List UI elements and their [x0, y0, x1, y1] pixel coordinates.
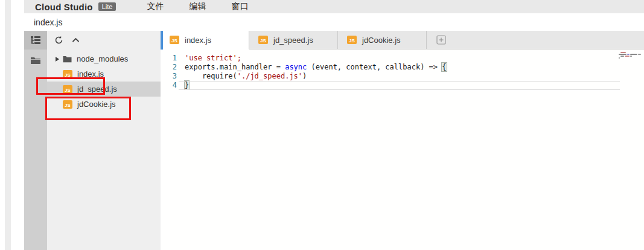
line-number: 4: [161, 81, 185, 90]
tree-item-jdcookie-js[interactable]: JS jdCookie.js: [47, 97, 161, 112]
code-token: './jd_speed.js': [237, 72, 302, 80]
code-token: (event, context, callback) =>: [307, 63, 442, 71]
menubar: 文件 编辑 窗口: [134, 1, 261, 12]
lite-badge: Lite: [98, 2, 116, 11]
breadcrumb-title: index.js: [34, 18, 62, 27]
line-number: 1: [161, 54, 185, 63]
tree-item-index-js[interactable]: JS index.js: [47, 66, 161, 82]
tree-item-label: node_modules: [77, 54, 128, 63]
code-token-bracket-match: }: [185, 81, 189, 89]
left-edge-strip: [5, 0, 11, 250]
plus-icon: [436, 35, 446, 45]
js-file-icon: JS: [63, 100, 72, 109]
line-number: 3: [161, 72, 185, 81]
tab-jdcookie-js[interactable]: JS jdCookie.js: [338, 31, 427, 49]
tree-item-label: jdCookie.js: [77, 100, 116, 109]
menu-file[interactable]: 文件: [134, 1, 176, 12]
code-line: 2 exports.main_handler = async (event, c…: [161, 63, 644, 72]
main-app: Cloud Studio Lite 文件 编辑 窗口 index.js: [24, 0, 644, 250]
tab-label: jdCookie.js: [362, 36, 401, 45]
cloud-studio-window: Cloud Studio Lite 文件 编辑 窗口 index.js: [0, 0, 644, 250]
tree-outline-icon: [30, 36, 41, 45]
code-token: async: [285, 63, 307, 71]
line-number: 2: [161, 63, 185, 72]
menu-window[interactable]: 窗口: [218, 1, 261, 12]
js-file-icon: JS: [347, 36, 357, 44]
menu-edit[interactable]: 编辑: [176, 1, 218, 12]
code-line: 1 'use strict';: [161, 54, 644, 63]
js-file-icon: JS: [63, 70, 72, 79]
code-token-bracket-match: {: [442, 63, 446, 71]
js-file-icon: JS: [170, 36, 179, 44]
tree-item-label: jd_speed.js: [77, 85, 117, 94]
content-area: node_modules JS index.js JS jd_speed.js: [24, 31, 644, 250]
code-token: require(: [185, 72, 237, 80]
tab-bar: JS index.js JS jd_speed.js JS jdCookie.j…: [161, 31, 644, 50]
app-logo: Cloud Studio: [35, 2, 93, 12]
breadcrumb: index.js: [24, 13, 644, 31]
tab-label: index.js: [185, 36, 211, 45]
folder-view-button[interactable]: [24, 50, 47, 71]
top-menu-bar: Cloud Studio Lite 文件 编辑 窗口: [24, 0, 644, 13]
collapse-up-icon[interactable]: [72, 37, 80, 43]
js-file-icon: JS: [258, 36, 268, 44]
editor-column: JS index.js JS jd_speed.js JS jdCookie.j…: [161, 31, 644, 250]
code-editor[interactable]: 1 'use strict'; 2 exports.main_handler =…: [161, 50, 644, 250]
explorer-toolbar: [47, 31, 161, 50]
code-token: 'use strict';: [185, 54, 241, 62]
explorer-panel: node_modules JS index.js JS jd_speed.js: [47, 31, 161, 250]
tree-item-jd-speed-js[interactable]: JS jd_speed.js: [47, 82, 161, 97]
chevron-right-icon: [56, 57, 59, 62]
folder-icon: [63, 56, 72, 63]
tree-item-node-modules[interactable]: node_modules: [47, 51, 161, 66]
file-tree: node_modules JS index.js JS jd_speed.js: [47, 50, 161, 112]
panel-resize-accent[interactable]: [161, 31, 163, 50]
code-token: ): [302, 72, 307, 80]
minimap[interactable]: [619, 52, 642, 59]
refresh-icon[interactable]: [54, 36, 63, 45]
code-line: 4 }: [161, 81, 644, 90]
code-line: 3 require('./jd_speed.js'): [161, 72, 644, 81]
code-token: exports.main_handler =: [185, 63, 285, 71]
folder-icon: [30, 56, 41, 65]
tab-jd-speed-js[interactable]: JS jd_speed.js: [249, 31, 338, 49]
tab-index-js[interactable]: JS index.js: [161, 31, 249, 50]
new-tab-button[interactable]: [427, 31, 456, 49]
activity-bar: [24, 31, 47, 250]
tree-item-label: index.js: [77, 69, 104, 79]
js-file-icon: JS: [63, 85, 72, 94]
explorer-view-button[interactable]: [24, 31, 47, 50]
tab-label: jd_speed.js: [273, 36, 313, 45]
